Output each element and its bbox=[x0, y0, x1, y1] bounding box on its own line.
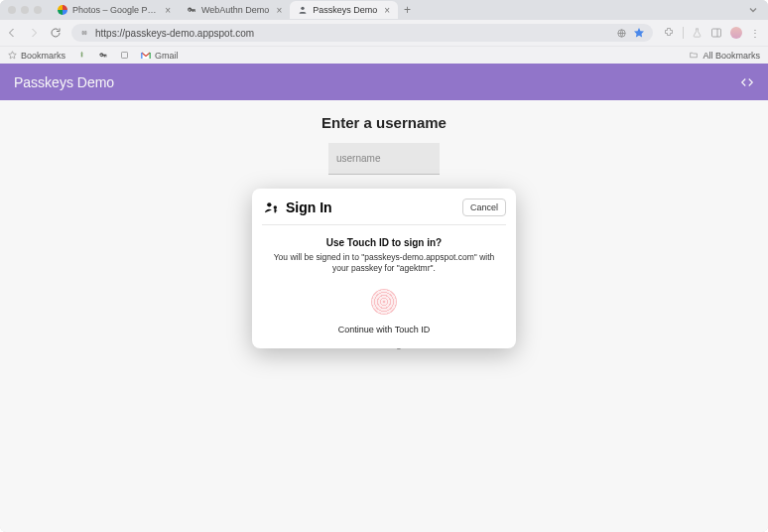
page-title: Passkeys Demo bbox=[14, 74, 114, 90]
new-tab-button[interactable]: + bbox=[398, 3, 417, 17]
svg-rect-2 bbox=[712, 29, 721, 37]
forward-button[interactable] bbox=[28, 27, 40, 39]
username-input[interactable]: username bbox=[328, 143, 440, 175]
dialog-body: Use Touch ID to sign in? You will be sig… bbox=[252, 229, 516, 348]
labs-icon[interactable] bbox=[692, 27, 703, 39]
fingerprint-icon[interactable] bbox=[371, 289, 397, 315]
bookmark-star[interactable]: Bookmarks bbox=[8, 51, 65, 61]
app-bar: Passkeys Demo bbox=[0, 64, 768, 100]
bookmark-key[interactable] bbox=[98, 51, 108, 60]
zoom-dot[interactable] bbox=[34, 6, 42, 14]
svg-rect-5 bbox=[122, 53, 128, 59]
site-settings-icon[interactable] bbox=[79, 28, 89, 38]
bookmarks-bar: Bookmarks Gmail All Bookmarks bbox=[0, 46, 768, 64]
browser-window: Photos – Google Photos × WebAuthn Demo ×… bbox=[0, 0, 768, 532]
translate-icon[interactable] bbox=[616, 28, 627, 39]
continue-label: Continue with Touch ID bbox=[266, 325, 502, 334]
close-icon[interactable]: × bbox=[163, 5, 173, 16]
bookmark-item[interactable] bbox=[120, 51, 129, 60]
separator bbox=[262, 224, 506, 225]
close-icon[interactable]: × bbox=[382, 5, 392, 16]
tab-label: Passkeys Demo bbox=[313, 5, 377, 15]
dialog-subtext: You will be signed in to "passkeys-demo.… bbox=[266, 252, 502, 275]
svg-rect-4 bbox=[81, 54, 83, 58]
close-dot[interactable] bbox=[8, 6, 16, 14]
tab-label: WebAuthn Demo bbox=[201, 5, 269, 15]
tab-strip: Photos – Google Photos × WebAuthn Demo ×… bbox=[0, 0, 768, 20]
key-icon bbox=[187, 5, 196, 15]
reload-button[interactable] bbox=[50, 27, 62, 39]
person-icon bbox=[298, 5, 308, 15]
sidepanel-icon[interactable] bbox=[710, 27, 722, 39]
dialog-question: Use Touch ID to sign in? bbox=[266, 237, 502, 248]
tab-passkeys[interactable]: Passkeys Demo × bbox=[290, 1, 398, 19]
menu-icon[interactable]: ⋮ bbox=[750, 28, 760, 39]
back-button[interactable] bbox=[6, 27, 18, 39]
separator bbox=[683, 27, 684, 39]
profile-avatar[interactable] bbox=[730, 27, 742, 39]
bookmark-item[interactable] bbox=[77, 51, 86, 60]
tab-label: Photos – Google Photos bbox=[72, 5, 158, 15]
all-bookmarks-button[interactable]: All Bookmarks bbox=[689, 51, 760, 61]
svg-rect-9 bbox=[275, 210, 278, 211]
photos-icon bbox=[58, 5, 67, 15]
heading: Enter a username bbox=[321, 114, 447, 131]
svg-point-7 bbox=[274, 205, 277, 208]
code-icon[interactable] bbox=[740, 75, 754, 89]
window-controls[interactable] bbox=[4, 6, 50, 14]
placeholder-text: username bbox=[336, 153, 380, 164]
dialog-title: Sign In bbox=[286, 200, 332, 215]
svg-point-6 bbox=[267, 202, 271, 206]
tab-photos[interactable]: Photos – Google Photos × bbox=[50, 1, 179, 19]
all-bookmarks-label: All Bookmarks bbox=[703, 51, 760, 61]
cancel-button[interactable]: Cancel bbox=[462, 199, 506, 216]
svg-point-0 bbox=[302, 7, 305, 10]
toolbar: https://passkeys-demo.appspot.com bbox=[0, 20, 768, 46]
dialog-header: Sign In Cancel bbox=[252, 189, 516, 224]
address-bar[interactable]: https://passkeys-demo.appspot.com bbox=[71, 24, 653, 42]
tab-webauthn[interactable]: WebAuthn Demo × bbox=[179, 1, 290, 19]
extensions-icon[interactable] bbox=[663, 27, 675, 39]
url-text: https://passkeys-demo.appspot.com bbox=[95, 28, 610, 39]
toolbar-actions: ⋮ bbox=[663, 27, 762, 39]
person-key-icon bbox=[264, 200, 280, 214]
close-icon[interactable]: × bbox=[274, 5, 284, 16]
bookmarks-label: Bookmarks bbox=[21, 51, 65, 61]
bookmark-star-icon[interactable] bbox=[633, 27, 645, 39]
tabs-dropdown-icon[interactable] bbox=[748, 5, 764, 15]
bookmark-gmail[interactable]: Gmail bbox=[141, 51, 179, 61]
touchid-dialog: Sign In Cancel Use Touch ID to sign in? … bbox=[252, 189, 516, 348]
minimize-dot[interactable] bbox=[21, 6, 29, 14]
bookmark-gmail-label: Gmail bbox=[155, 51, 179, 61]
